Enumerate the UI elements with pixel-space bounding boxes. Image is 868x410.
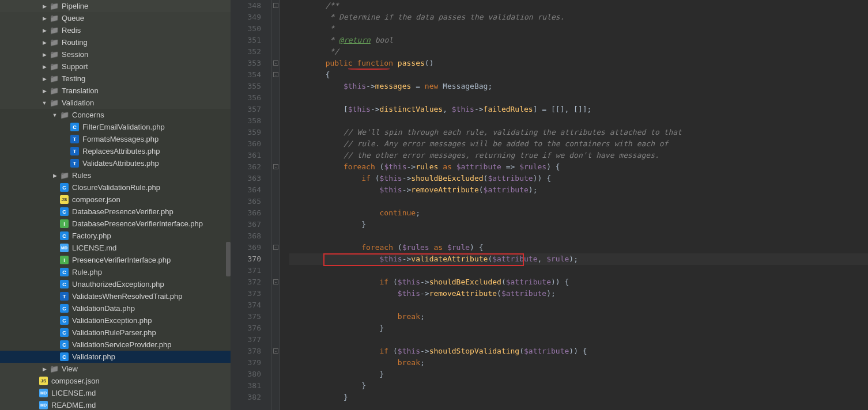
tree-item-presenceverifierinterface-php[interactable]: IPresenceVerifierInterface.php	[0, 254, 231, 266]
code-line[interactable]: }	[289, 369, 868, 380]
code-line[interactable]: }	[289, 322, 868, 334]
file-icon: C	[60, 231, 69, 240]
folder-icon	[50, 26, 58, 35]
code-line[interactable]: }	[289, 392, 868, 403]
chevron-right-icon[interactable]	[41, 64, 47, 70]
fold-toggle-icon[interactable]: -	[273, 60, 278, 66]
code-line[interactable]	[289, 230, 868, 242]
sidebar-scrollbar[interactable]	[226, 242, 231, 276]
chevron-down-icon[interactable]	[41, 100, 47, 106]
tree-item-testing[interactable]: Testing	[0, 73, 231, 85]
code-line[interactable]: }	[289, 380, 868, 392]
tree-item-validation[interactable]: Validation	[0, 97, 231, 109]
tree-item-validationruleparser-php[interactable]: CValidationRuleParser.php	[0, 327, 231, 339]
tree-item-label: FilterEmailValidation.php	[82, 123, 165, 131]
code-line[interactable]: foreach ($rules as $rule) {	[289, 242, 868, 253]
code-line[interactable]	[289, 265, 868, 276]
chevron-right-icon[interactable]	[41, 366, 47, 372]
fold-toggle-icon[interactable]: -	[273, 164, 278, 169]
code-line[interactable]: [$this->distinctValues, $this->failedRul…	[289, 104, 868, 115]
fold-column[interactable]: -------	[272, 0, 280, 410]
tree-item-composer-json[interactable]: JScomposer.json	[0, 375, 231, 387]
tree-item-redis[interactable]: Redis	[0, 24, 231, 36]
code-line[interactable]: if ($this->shouldBeExcluded($attribute))…	[289, 173, 868, 184]
file-tree-sidebar[interactable]: PipelineQueueRedisRoutingSessionSupportT…	[0, 0, 231, 410]
code-area[interactable]: /** * Determine if the data passes the v…	[280, 0, 868, 410]
tree-item-validateswhenresolvedtrait-php[interactable]: TValidatesWhenResolvedTrait.php	[0, 290, 231, 302]
code-line[interactable]: $this->removeAttribute($attribute);	[289, 184, 868, 196]
tree-item-unauthorizedexception-php[interactable]: CUnauthorizedException.php	[0, 278, 231, 290]
code-line[interactable]	[289, 299, 868, 311]
fold-toggle-icon[interactable]: -	[273, 72, 278, 77]
code-line[interactable]	[289, 334, 868, 346]
fold-toggle-icon[interactable]: -	[273, 3, 278, 8]
code-line[interactable]	[289, 196, 868, 207]
tree-item-label: DatabasePresenceVerifier.php	[72, 207, 173, 216]
tree-item-closurevalidationrule-php[interactable]: CClosureValidationRule.php	[0, 181, 231, 193]
chevron-right-icon[interactable]	[52, 173, 58, 179]
code-line[interactable]: {	[289, 69, 868, 81]
fold-toggle-icon[interactable]: -	[273, 279, 278, 284]
tree-item-license-md[interactable]: MDLICENSE.md	[0, 242, 231, 254]
code-line[interactable]	[289, 92, 868, 104]
code-line[interactable]: // We'll spin through each rule, validat…	[289, 127, 868, 138]
code-line[interactable]: break;	[289, 311, 868, 322]
chevron-down-icon[interactable]	[52, 112, 58, 118]
tree-item-validator-php[interactable]: CValidator.php	[0, 351, 231, 363]
chevron-right-icon[interactable]	[41, 28, 47, 33]
code-line[interactable]: * Determine if the data passes the valid…	[289, 12, 868, 23]
code-line[interactable]: $this->messages = new MessageBag;	[289, 81, 868, 92]
tree-item-translation[interactable]: Translation	[0, 85, 231, 97]
tree-item-formatsmessages-php[interactable]: TFormatsMessages.php	[0, 133, 231, 145]
tree-item-factory-php[interactable]: CFactory.php	[0, 230, 231, 242]
tree-item-label: Support	[62, 62, 88, 71]
tree-item-filteremailvalidation-php[interactable]: CFilterEmailValidation.php	[0, 121, 231, 133]
tree-item-validatesattributes-php[interactable]: TValidatesAttributes.php	[0, 157, 231, 169]
tree-item-rules[interactable]: Rules	[0, 169, 231, 181]
tree-item-validationexception-php[interactable]: CValidationException.php	[0, 314, 231, 327]
chevron-right-icon[interactable]	[41, 76, 47, 82]
code-line[interactable]: continue;	[289, 207, 868, 219]
fold-toggle-icon[interactable]: -	[273, 348, 278, 354]
tree-item-readme-md[interactable]: MDREADME.md	[0, 399, 231, 410]
tree-item-validationdata-php[interactable]: CValidationData.php	[0, 302, 231, 314]
line-number: 356	[231, 92, 261, 104]
tree-item-routing[interactable]: Routing	[0, 36, 231, 48]
chevron-right-icon[interactable]	[41, 88, 47, 94]
tree-item-session[interactable]: Session	[0, 48, 231, 60]
code-line[interactable]: /**	[289, 0, 868, 12]
code-line[interactable]: foreach ($this->rules as $attribute => $…	[289, 161, 868, 173]
fold-toggle-icon[interactable]: -	[273, 245, 278, 250]
code-line[interactable]: break;	[289, 357, 868, 369]
tree-item-databasepresenceverifierinterface-php[interactable]: IDatabasePresenceVerifierInterface.php	[0, 218, 231, 230]
code-line[interactable]: }	[289, 219, 868, 230]
tree-item-queue[interactable]: Queue	[0, 12, 231, 24]
tree-item-databasepresenceverifier-php[interactable]: CDatabasePresenceVerifier.php	[0, 206, 231, 218]
tree-item-composer-json[interactable]: JScomposer.json	[0, 193, 231, 206]
code-line[interactable]: if ($this->shouldStopValidating($attribu…	[289, 346, 868, 357]
tree-item-license-md[interactable]: MDLICENSE.md	[0, 387, 231, 399]
code-line[interactable]	[289, 115, 868, 127]
code-line[interactable]: */	[289, 46, 868, 58]
code-line[interactable]: // the other error messages, returning t…	[289, 150, 868, 161]
tree-item-support[interactable]: Support	[0, 60, 231, 73]
code-editor[interactable]: 3483493503513523533543553563573583593603…	[231, 0, 868, 410]
tree-item-pipeline[interactable]: Pipeline	[0, 0, 231, 12]
code-line[interactable]: *	[289, 23, 868, 35]
tree-item-view[interactable]: View	[0, 363, 231, 375]
tree-item-validationserviceprovider-php[interactable]: CValidationServiceProvider.php	[0, 339, 231, 351]
chevron-right-icon[interactable]	[41, 52, 47, 58]
file-icon: MD	[60, 244, 69, 252]
code-line[interactable]: public function passes()	[289, 58, 868, 69]
tree-item-replacesattributes-php[interactable]: TReplacesAttributes.php	[0, 145, 231, 157]
code-line[interactable]: if ($this->shouldBeExcluded($attribute))…	[289, 276, 868, 288]
chevron-right-icon[interactable]	[41, 16, 47, 21]
tree-item-rule-php[interactable]: CRule.php	[0, 266, 231, 278]
tree-item-label: Validator.php	[72, 352, 115, 361]
code-line[interactable]: * @return bool	[289, 35, 868, 46]
chevron-right-icon[interactable]	[41, 3, 47, 9]
chevron-right-icon[interactable]	[41, 40, 47, 45]
tree-item-concerns[interactable]: Concerns	[0, 109, 231, 121]
code-line[interactable]: $this->removeAttribute($attribute);	[289, 288, 868, 299]
code-line[interactable]: // rule. Any error messages will be adde…	[289, 138, 868, 150]
